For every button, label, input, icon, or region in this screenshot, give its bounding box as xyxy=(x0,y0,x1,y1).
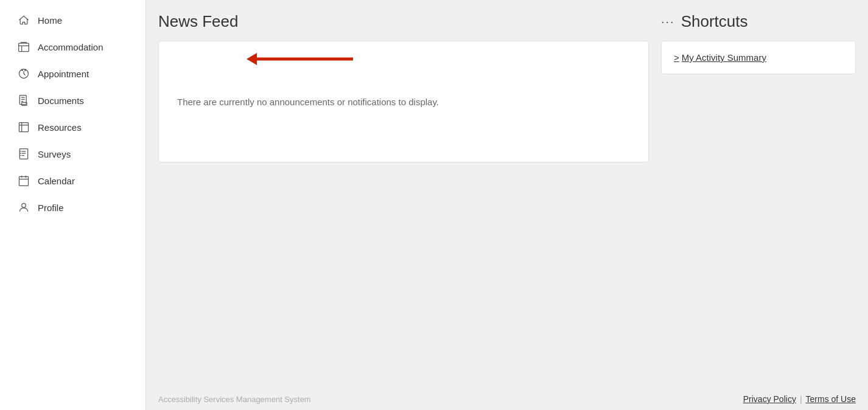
sidebar-item-appointment[interactable]: Appointment xyxy=(5,61,141,86)
footer-separator: | xyxy=(800,394,802,404)
appointment-icon xyxy=(17,67,30,80)
footer: Accessibility Services Management System… xyxy=(146,388,868,410)
main-content: News Feed There are currently no announc… xyxy=(146,0,868,410)
resources-icon xyxy=(17,120,30,134)
chevron-right-icon: > xyxy=(674,52,679,63)
sidebar-item-resources[interactable]: Resources xyxy=(5,114,141,140)
profile-icon xyxy=(17,201,30,214)
news-feed-title: News Feed xyxy=(158,12,649,31)
sidebar-item-documents[interactable]: Documents xyxy=(5,88,141,113)
svg-point-11 xyxy=(20,153,21,154)
news-feed-empty-message: There are currently no announcements or … xyxy=(177,97,439,107)
svg-rect-13 xyxy=(19,176,29,186)
content-area: News Feed There are currently no announc… xyxy=(146,0,868,388)
calendar-icon xyxy=(17,174,30,187)
shortcuts-section: ··· Shortcuts > My Activity Summary xyxy=(661,12,856,376)
sidebar-item-calendar[interactable]: Calendar xyxy=(5,168,141,193)
home-icon xyxy=(17,13,30,27)
sidebar: Home Accommodation Appointment Documents… xyxy=(0,0,146,410)
accommodation-icon xyxy=(17,40,30,54)
news-feed-section: News Feed There are currently no announc… xyxy=(158,12,649,376)
svg-point-10 xyxy=(20,151,21,152)
svg-rect-0 xyxy=(19,43,29,51)
sidebar-item-documents-label: Documents xyxy=(38,96,84,106)
svg-rect-8 xyxy=(19,123,29,132)
shortcuts-more-button[interactable]: ··· xyxy=(661,15,675,29)
sidebar-item-resources-label: Resources xyxy=(38,122,82,133)
surveys-icon xyxy=(17,147,30,161)
sidebar-item-appointment-label: Appointment xyxy=(38,69,89,79)
shortcuts-box: > My Activity Summary xyxy=(661,41,856,74)
sidebar-item-accommodation-label: Accommodation xyxy=(38,42,103,52)
footer-links: Privacy Policy | Terms of Use xyxy=(743,394,856,404)
activity-summary-label: My Activity Summary xyxy=(682,52,766,63)
svg-point-17 xyxy=(22,203,26,207)
shortcuts-header: ··· Shortcuts xyxy=(661,12,856,31)
sidebar-item-profile-label: Profile xyxy=(38,203,64,213)
sidebar-item-profile[interactable]: Profile xyxy=(5,195,141,220)
svg-point-12 xyxy=(20,155,21,156)
sidebar-item-accommodation[interactable]: Accommodation xyxy=(5,34,141,60)
sidebar-item-home[interactable]: Home xyxy=(5,7,141,33)
sidebar-item-surveys-label: Surveys xyxy=(38,149,71,159)
sidebar-item-home-label: Home xyxy=(38,15,62,26)
sidebar-item-calendar-label: Calendar xyxy=(38,176,75,186)
svg-rect-6 xyxy=(19,96,26,105)
sidebar-item-surveys[interactable]: Surveys xyxy=(5,141,141,167)
system-name: Accessibility Services Management System xyxy=(158,395,311,404)
shortcuts-title: Shortcuts xyxy=(681,12,748,31)
privacy-policy-link[interactable]: Privacy Policy xyxy=(743,394,796,404)
svg-rect-9 xyxy=(19,149,27,159)
activity-summary-link[interactable]: > My Activity Summary xyxy=(674,52,843,63)
svg-point-5 xyxy=(25,69,26,71)
terms-of-use-link[interactable]: Terms of Use xyxy=(806,394,856,404)
news-feed-box: There are currently no announcements or … xyxy=(158,41,649,162)
svg-point-4 xyxy=(22,69,23,71)
documents-icon xyxy=(17,94,30,107)
